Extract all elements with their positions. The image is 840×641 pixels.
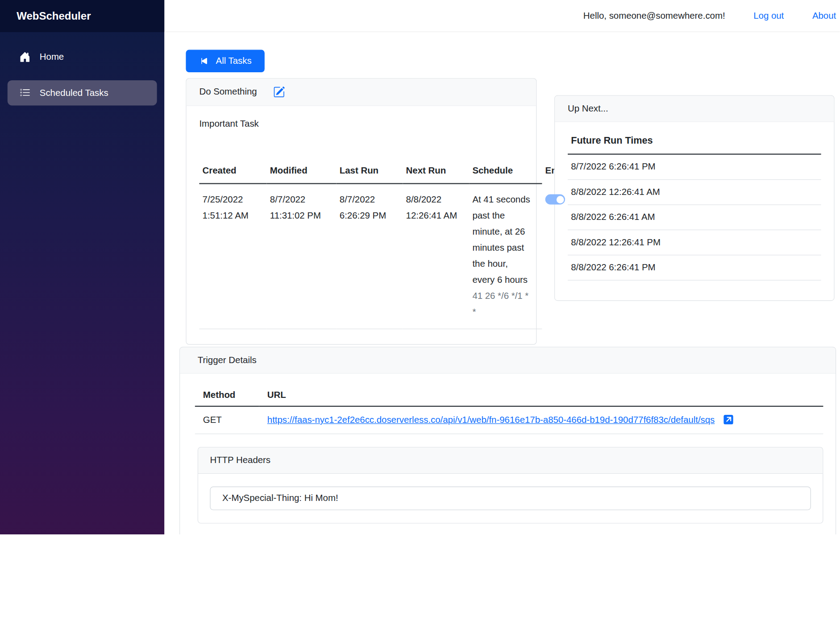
next-run-cell: 8/8/2022 12:26:41 AM (403, 184, 469, 329)
trigger-table-header-row: Method URL (195, 386, 823, 406)
task-table-header-row: Created Modified Last Run Next Run Sched… (199, 160, 542, 184)
all-tasks-label: All Tasks (216, 56, 252, 66)
skip-back-icon (199, 56, 209, 66)
run-time-row: 8/8/2022 12:26:41 PM (568, 230, 821, 255)
trigger-table: Method URL GET https://faas-nyc1-2ef2e6c… (195, 386, 823, 434)
column-header-schedule: Schedule (469, 160, 542, 184)
created-cell: 7/25/2022 1:51:12 AM (199, 184, 266, 329)
task-table: Created Modified Last Run Next Run Sched… (199, 160, 542, 329)
run-time-row: 8/8/2022 6:26:41 PM (568, 255, 821, 280)
toggle-knob (556, 196, 564, 203)
edit-icon[interactable] (273, 86, 285, 98)
http-header-value: X-MySpecial-Thing: Hi Mom! (210, 487, 811, 510)
sidebar: WebScheduler Home Scheduled Tasks (0, 0, 164, 534)
content: All Tasks Do Something Important Task (164, 32, 840, 534)
url-cell: https://faas-nyc1-2ef2e6cc.doserverless.… (259, 406, 823, 434)
task-description: Important Task (199, 119, 523, 129)
external-link-icon[interactable] (724, 415, 733, 425)
method-cell: GET (195, 406, 259, 434)
trigger-details-body: Method URL GET https://faas-nyc1-2ef2e6c… (180, 374, 836, 534)
column-header-url: URL (259, 386, 823, 406)
up-next-header: Up Next... (555, 96, 834, 122)
task-list-icon (19, 87, 30, 99)
last-run-cell: 8/7/2022 6:26:29 PM (337, 184, 403, 329)
schedule-cron: 41 26 */6 */1 * * (472, 288, 531, 320)
future-run-times-heading: Future Run Times (568, 135, 821, 154)
about-link[interactable]: About (812, 10, 836, 21)
future-run-times-list: 8/7/2022 6:26:41 PM8/8/2022 12:26:41 AM8… (568, 155, 821, 281)
column-header-modified: Modified (267, 160, 337, 184)
logout-link[interactable]: Log out (753, 10, 784, 21)
cards-row: Do Something Important Task Created Modi… (179, 78, 836, 345)
run-time-row: 8/8/2022 6:26:41 AM (568, 205, 821, 230)
task-card: Do Something Important Task Created Modi… (186, 78, 536, 345)
task-card-body: Important Task Created Modified Last Run… (187, 106, 536, 344)
sidebar-nav: Home Scheduled Tasks (0, 32, 164, 118)
column-header-last-run: Last Run (337, 160, 403, 184)
sidebar-item-scheduled-tasks[interactable]: Scheduled Tasks (8, 80, 157, 105)
home-icon (19, 51, 30, 62)
all-tasks-button[interactable]: All Tasks (186, 50, 264, 72)
sidebar-item-label: Scheduled Tasks (40, 87, 108, 98)
user-greeting: Hello, someone@somewhere.com! (583, 10, 725, 21)
trigger-details-header: Trigger Details (180, 347, 836, 374)
column-header-created: Created (199, 160, 266, 184)
column-header-next-run: Next Run (403, 160, 469, 184)
http-headers-header: HTTP Headers (198, 447, 823, 474)
http-headers-body: X-MySpecial-Thing: Hi Mom! (198, 474, 823, 523)
main-area: Hello, someone@somewhere.com! Log out Ab… (164, 0, 840, 534)
up-next-card: Up Next... Future Run Times 8/7/2022 6:2… (554, 95, 835, 301)
topbar: Hello, someone@somewhere.com! Log out Ab… (164, 0, 840, 32)
up-next-body: Future Run Times 8/7/2022 6:26:41 PM8/8/… (555, 122, 834, 301)
task-card-header: Do Something (187, 79, 536, 106)
schedule-text: At 41 seconds past the minute, at 26 min… (472, 192, 531, 288)
trigger-details-card: Trigger Details Method URL GET (179, 347, 836, 534)
sidebar-item-home[interactable]: Home (8, 45, 157, 70)
trigger-url-link[interactable]: https://faas-nyc1-2ef2e6cc.doserverless.… (267, 415, 715, 425)
run-time-row: 8/7/2022 6:26:41 PM (568, 155, 821, 180)
sidebar-item-label: Home (40, 52, 64, 62)
run-time-row: 8/8/2022 12:26:41 AM (568, 180, 821, 205)
trigger-row: GET https://faas-nyc1-2ef2e6cc.doserverl… (195, 406, 823, 434)
table-row: 7/25/2022 1:51:12 AM 8/7/2022 11:31:02 P… (199, 184, 542, 329)
enabled-toggle[interactable] (545, 194, 565, 205)
modified-cell: 8/7/2022 11:31:02 PM (267, 184, 337, 329)
app-root: WebScheduler Home Scheduled Tasks Hello,… (0, 0, 840, 534)
column-header-method: Method (195, 386, 259, 406)
task-title: Do Something (199, 87, 257, 97)
schedule-cell: At 41 seconds past the minute, at 26 min… (469, 184, 542, 329)
app-title: WebScheduler (0, 0, 164, 32)
http-headers-card: HTTP Headers X-MySpecial-Thing: Hi Mom! (198, 447, 823, 524)
